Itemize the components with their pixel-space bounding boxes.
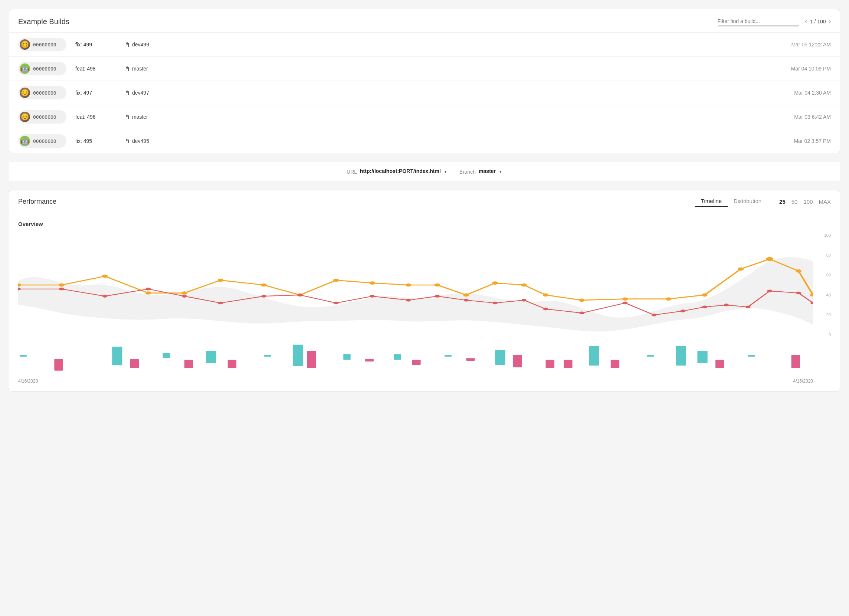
- svg-point-8: [333, 279, 339, 282]
- svg-rect-50: [20, 355, 27, 356]
- svg-point-40: [579, 312, 584, 315]
- svg-point-20: [738, 267, 743, 271]
- selector-bar: URL http://localhost:PORT/index.html ▼ B…: [9, 162, 840, 181]
- date-labels: 4/16/2020 4/16/2020: [18, 376, 831, 384]
- build-id: 00000000: [33, 139, 57, 144]
- avatar: 🤖: [20, 63, 30, 74]
- svg-rect-55: [185, 360, 193, 368]
- svg-rect-61: [343, 354, 350, 360]
- builds-header: Example Builds ‹ 1 / 100 ›: [9, 9, 840, 32]
- svg-rect-65: [445, 355, 451, 356]
- svg-rect-58: [264, 355, 271, 356]
- build-label: feat: 496: [75, 114, 116, 120]
- y-label-80: 80: [816, 253, 831, 258]
- avatar-badge: 🤖 00000000: [18, 134, 66, 148]
- svg-rect-52: [112, 347, 122, 365]
- count-50[interactable]: 50: [791, 198, 798, 205]
- pagination: ‹ 1 / 100 ›: [805, 18, 831, 25]
- svg-point-11: [435, 283, 441, 287]
- svg-point-26: [103, 295, 107, 298]
- date-end: 4/16/2020: [793, 379, 813, 384]
- build-row[interactable]: 😊 00000000 fix: 497 ↱ dev497 Mar 04 2:30…: [9, 81, 840, 104]
- svg-point-17: [622, 297, 628, 301]
- avatar-badge: 😊 00000000: [18, 110, 66, 124]
- y-label-40: 40: [816, 293, 831, 297]
- build-row[interactable]: 😊 00000000 fix: 499 ↱ dev499 Mar 05 12:2…: [9, 32, 840, 57]
- count-max[interactable]: MAX: [819, 198, 831, 205]
- svg-point-31: [298, 294, 303, 297]
- build-date: Mar 05 12:22 AM: [791, 42, 831, 48]
- svg-point-41: [623, 302, 628, 305]
- build-label: feat: 498: [75, 66, 116, 72]
- svg-point-30: [261, 295, 267, 298]
- branch-selector-group: Branch master ▼: [459, 168, 502, 175]
- pagination-label: 1 / 100: [810, 19, 826, 24]
- svg-rect-72: [611, 360, 619, 368]
- performance-card: Performance Timeline Distribution 25 50 …: [9, 190, 840, 391]
- svg-point-43: [681, 309, 686, 312]
- performance-tabs: Timeline Distribution: [695, 196, 767, 207]
- build-branch: ↱ dev499: [125, 41, 170, 48]
- line-chart-svg: [18, 233, 813, 337]
- svg-point-46: [745, 306, 751, 308]
- builds-filter-area: ‹ 1 / 100 ›: [718, 17, 831, 26]
- svg-point-14: [521, 283, 527, 287]
- svg-point-6: [261, 283, 267, 287]
- performance-header: Performance Timeline Distribution 25 50 …: [9, 190, 840, 213]
- svg-rect-53: [130, 359, 139, 368]
- filter-input[interactable]: [718, 17, 799, 26]
- branch-name: dev499: [132, 42, 149, 48]
- svg-rect-63: [394, 354, 401, 360]
- line-chart: [18, 233, 813, 337]
- svg-point-25: [59, 288, 64, 291]
- build-row[interactable]: 😊 00000000 feat: 496 ↱ master Mar 03 6:4…: [9, 104, 840, 129]
- build-id: 00000000: [33, 42, 57, 48]
- svg-point-32: [334, 302, 339, 305]
- svg-rect-59: [293, 345, 303, 366]
- build-date: Mar 02 3:57 PM: [794, 138, 831, 144]
- build-row[interactable]: 🤖 00000000 feat: 498 ↱ master Mar 04 10:…: [9, 57, 840, 81]
- branch-icon: ↱: [125, 65, 130, 72]
- count-100[interactable]: 100: [803, 198, 813, 205]
- prev-page-button[interactable]: ‹: [805, 18, 807, 25]
- avatar-badge: 🤖 00000000: [18, 62, 66, 75]
- chart-wrapper: 100 80 60 40 20 0: [18, 233, 831, 337]
- branch-icon: ↱: [125, 113, 130, 121]
- url-value[interactable]: http://localhost:PORT/index.html: [360, 168, 441, 175]
- branch-value[interactable]: master: [479, 168, 496, 175]
- url-dropdown-arrow[interactable]: ▼: [444, 170, 447, 174]
- svg-point-37: [492, 302, 497, 305]
- y-axis-labels: 100 80 60 40 20 0: [816, 233, 831, 337]
- svg-point-2: [102, 274, 108, 278]
- svg-point-21: [766, 257, 773, 261]
- builds-list: 😊 00000000 fix: 499 ↱ dev499 Mar 05 12:2…: [9, 32, 840, 153]
- build-date: Mar 04 10:09 PM: [791, 66, 831, 72]
- svg-rect-56: [206, 351, 216, 363]
- svg-rect-70: [564, 360, 572, 368]
- y-label-60: 60: [816, 273, 831, 277]
- svg-point-28: [182, 295, 187, 298]
- y-label-20: 20: [816, 312, 831, 317]
- svg-point-16: [579, 299, 585, 302]
- performance-body: Overview: [9, 213, 840, 391]
- bar-chart-svg: [18, 339, 813, 376]
- svg-point-15: [543, 294, 549, 297]
- build-id: 00000000: [33, 90, 57, 96]
- svg-rect-78: [791, 355, 800, 368]
- overview-title: Overview: [18, 221, 831, 227]
- tab-distribution[interactable]: Distribution: [728, 196, 767, 207]
- tab-timeline[interactable]: Timeline: [695, 196, 728, 207]
- avatar: 🤖: [20, 136, 30, 146]
- branch-dropdown-arrow[interactable]: ▼: [499, 170, 502, 174]
- branch-label: Branch: [459, 169, 476, 175]
- branch-name: master: [132, 114, 148, 120]
- svg-rect-51: [54, 359, 63, 371]
- build-label: fix: 497: [75, 90, 116, 96]
- build-row[interactable]: 🤖 00000000 fix: 495 ↱ dev495 Mar 02 3:57…: [9, 129, 840, 153]
- next-page-button[interactable]: ›: [829, 18, 831, 25]
- performance-title: Performance: [18, 198, 57, 206]
- branch-name: master: [132, 66, 148, 72]
- url-selector-group: URL http://localhost:PORT/index.html ▼: [347, 168, 447, 175]
- svg-rect-73: [647, 355, 654, 356]
- count-25[interactable]: 25: [779, 198, 785, 205]
